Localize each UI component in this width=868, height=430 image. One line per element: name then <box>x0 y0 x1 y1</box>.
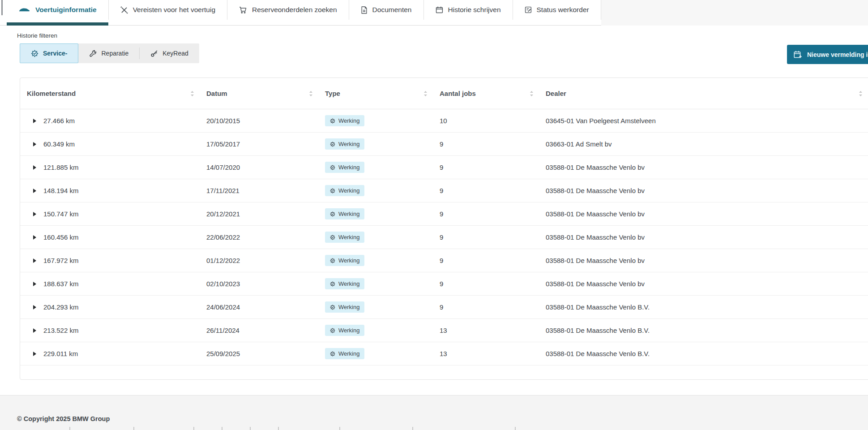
expand-row-icon[interactable] <box>33 305 36 310</box>
tab-status-werkorder[interactable]: Status werkorder <box>513 0 601 20</box>
sort-icon[interactable] <box>309 90 313 97</box>
calendar-icon <box>436 6 443 13</box>
table-row[interactable]: 27.466 km 20/10/2015 Werking 10 03645-01… <box>20 109 868 133</box>
sort-icon[interactable] <box>530 90 534 97</box>
jobs-value: 9 <box>433 210 539 218</box>
footer-separator <box>69 427 70 430</box>
gear-icon <box>330 351 335 357</box>
filter-keyread-button[interactable]: KeyRead <box>140 43 199 63</box>
table-row[interactable]: 60.349 km 17/05/2017 Werking 9 03663-01 … <box>20 133 868 156</box>
expand-row-icon[interactable] <box>33 352 36 356</box>
type-badge: Werking <box>325 255 364 266</box>
column-label: Aantal jobs <box>440 90 476 97</box>
footer-separator <box>133 427 134 430</box>
type-value: Werking <box>338 141 359 147</box>
tab-voertuiginformatie[interactable]: Voertuiginformatie <box>7 0 109 20</box>
expand-row-icon[interactable] <box>33 189 36 193</box>
column-header-aantal-jobs[interactable]: Aantal jobs <box>433 90 539 97</box>
table-row[interactable]: 204.293 km 24/06/2024 Werking 9 03588-01… <box>20 296 868 319</box>
left-edge-mark <box>1 0 3 15</box>
gear-icon <box>330 118 335 124</box>
kilometerstand-value: 60.349 km <box>43 140 75 148</box>
column-header-dealer[interactable]: Dealer <box>539 90 868 97</box>
tab-documenten[interactable]: Documenten <box>349 0 424 20</box>
sort-icon[interactable] <box>859 90 863 97</box>
jobs-value: 9 <box>433 187 539 194</box>
sort-icon[interactable] <box>423 90 428 97</box>
new-entry-button[interactable]: Nieuwe vermelding i <box>787 45 868 64</box>
history-filter-group: Service- Reparatie KeyRead <box>20 43 199 63</box>
type-badge: Werking <box>325 348 364 359</box>
wrench-icon <box>89 50 97 57</box>
type-value: Werking <box>338 350 359 357</box>
column-header-kilometerstand[interactable]: Kilometerstand <box>20 90 200 97</box>
calendar-plus-icon <box>794 51 802 59</box>
type-badge: Werking <box>325 325 364 336</box>
datum-value: 22/06/2022 <box>200 233 318 241</box>
footer-separator <box>278 427 279 430</box>
gear-icon <box>330 305 335 310</box>
table-row[interactable]: 167.972 km 01/12/2022 Werking 9 03588-01… <box>20 249 868 272</box>
jobs-value: 10 <box>433 117 539 125</box>
type-value: Werking <box>338 280 359 287</box>
expand-row-icon[interactable] <box>33 328 36 333</box>
gear-icon <box>330 235 335 240</box>
jobs-value: 9 <box>433 233 539 241</box>
filter-reparatie-button[interactable]: Reparatie <box>78 43 139 63</box>
gear-icon <box>330 258 335 263</box>
tab-vereisten-voor-het-voertuig[interactable]: Vereisten voor het voertuig <box>109 0 227 20</box>
kilometerstand-value: 150.747 km <box>43 210 78 218</box>
tabbar-filler <box>601 0 868 26</box>
filter-service-button[interactable]: Service- <box>20 43 78 63</box>
dealer-value: 03588-01 De Maassche Venlo B.V. <box>539 303 868 311</box>
column-header-datum[interactable]: Datum <box>200 90 318 97</box>
jobs-value: 9 <box>433 257 539 264</box>
table-row[interactable]: 150.747 km 20/12/2021 Werking 9 03588-01… <box>20 202 868 226</box>
jobs-value: 9 <box>433 303 539 311</box>
expand-row-icon[interactable] <box>33 258 36 263</box>
table-row[interactable]: 213.522 km 26/11/2024 Werking 13 03588-0… <box>20 319 868 342</box>
tab-historie-schrijven[interactable]: Historie schrijven <box>424 0 513 20</box>
type-badge: Werking <box>325 278 364 289</box>
kilometerstand-value: 148.194 km <box>43 187 78 194</box>
table-row[interactable]: 229.011 km 25/09/2025 Werking 13 03588-0… <box>20 342 868 366</box>
expand-row-icon[interactable] <box>33 165 36 170</box>
tab-label: Documenten <box>372 6 412 14</box>
table-row[interactable]: 148.194 km 17/11/2021 Werking 9 03588-01… <box>20 179 868 202</box>
kilometerstand-value: 27.466 km <box>43 117 75 125</box>
type-value: Werking <box>338 234 359 241</box>
datum-value: 26/11/2024 <box>200 327 318 334</box>
table-row[interactable]: 188.637 km 02/10/2023 Werking 9 03588-01… <box>20 272 868 296</box>
type-value: Werking <box>338 257 359 264</box>
jobs-value: 13 <box>433 327 539 334</box>
footer-separator <box>339 427 340 430</box>
filter-label: Service- <box>43 50 67 57</box>
expand-row-icon[interactable] <box>33 282 36 286</box>
vehicle-history-page: Voertuiginformatie Vereisten voor het vo… <box>0 0 868 430</box>
type-badge: Werking <box>325 138 364 150</box>
table-row[interactable]: 160.456 km 22/06/2022 Werking 9 03588-01… <box>20 226 868 249</box>
tab-reserveonderdelen-zoeken[interactable]: Reserveonderdelen zoeken <box>227 0 349 20</box>
expand-row-icon[interactable] <box>33 142 36 146</box>
kilometerstand-value: 121.885 km <box>43 163 78 171</box>
dealer-value: 03588-01 De Maassche Venlo bv <box>539 187 868 194</box>
expand-row-icon[interactable] <box>33 235 36 240</box>
expand-row-icon[interactable] <box>33 212 36 216</box>
column-header-type[interactable]: Type <box>318 90 433 97</box>
table-row[interactable]: 121.885 km 14/07/2020 Werking 9 03588-01… <box>20 156 868 179</box>
datum-value: 01/12/2022 <box>200 257 318 264</box>
gear-icon <box>330 165 335 170</box>
expand-row-icon[interactable] <box>33 119 36 123</box>
crossed-tools-icon <box>120 6 128 14</box>
column-label: Kilometerstand <box>27 90 76 97</box>
page-footer: © Copyright 2025 BMW Group <box>0 395 868 430</box>
history-filter-label: Historie filteren <box>17 32 57 39</box>
history-table: Kilometerstand Datum Type Aantal jobs De… <box>20 77 868 380</box>
tab-label: Voertuiginformatie <box>35 6 97 14</box>
document-icon <box>361 6 368 14</box>
type-value: Werking <box>338 164 359 171</box>
sort-icon[interactable] <box>190 90 194 97</box>
new-entry-label: Nieuwe vermelding i <box>807 51 868 58</box>
tab-label: Reserveonderdelen zoeken <box>252 6 337 14</box>
key-icon <box>150 50 158 57</box>
